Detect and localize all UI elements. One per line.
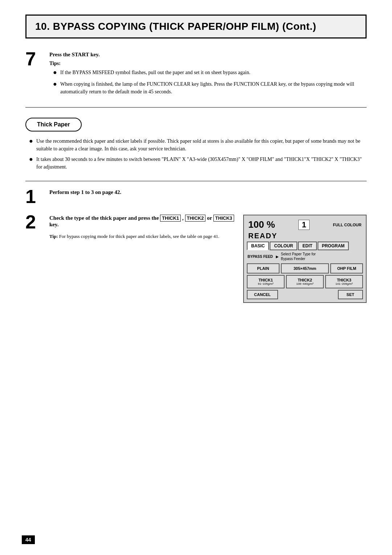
panel-arrow: ▶ [276, 255, 279, 259]
page-number: 44 [22, 535, 35, 544]
list-item: ● When copying is finished, the lamp of … [53, 80, 367, 96]
btn-ohp-film[interactable]: OHP FILM [330, 263, 363, 274]
step-1-content: Perform step 1 to 3 on page 42. [49, 189, 367, 198]
thick-paper-section: Thick Paper ● Use the recommended thick … [25, 118, 367, 171]
panel-bypass-row: BYPASS FEED ▶ Select Paper Type for Bypa… [247, 252, 363, 261]
divider [25, 107, 367, 108]
panel-full-colour: FULL COLOUR [333, 223, 362, 227]
step-2-section: 2 Check the type of the thick paper and … [25, 215, 367, 303]
btn-set[interactable]: SET [338, 290, 363, 299]
bullet-icon: ● [53, 79, 58, 89]
tip-text: For bypass copying mode for thick paper … [59, 234, 220, 239]
panel-buttons-row-1: PLAIN 305×457mm OHP FILM [247, 263, 363, 274]
panel-top-bar: 100 % 1 FULL COLOUR [247, 218, 363, 231]
thick2-key: THICK2 [185, 215, 206, 222]
step-2-text: Check the type of the thick paper and pr… [49, 215, 234, 240]
panel-copy-count: 1 [298, 220, 309, 230]
thick3-key: THICK3 [213, 215, 234, 222]
panel-bypass-desc: Select Paper Type for Bypass Feeder [281, 252, 316, 261]
panel-tabs: BASIC COLOUR EDIT PROGRAM [247, 242, 363, 250]
bullet-icon: ● [53, 68, 58, 77]
copier-display: 100 % 1 FULL COLOUR READY BASIC COLOUR E… [243, 215, 367, 303]
list-item: ● Use the recommended thick paper and st… [29, 137, 367, 153]
step-7-content: Press the START key. Tips: ● If the BYPA… [49, 52, 367, 98]
btn-thick3[interactable]: THICK3 141~209g/m² [325, 275, 363, 288]
tab-edit[interactable]: EDIT [298, 242, 317, 250]
step-2-title: Check the type of the thick paper and pr… [49, 215, 234, 228]
step-7-title: Press the START key. [49, 52, 367, 58]
btn-plain[interactable]: PLAIN [247, 263, 279, 274]
btn-thick1[interactable]: THICK1 91~105g/m² [247, 275, 285, 288]
step-2-number: 2 [25, 212, 44, 231]
btn-cancel[interactable]: CANCEL [247, 290, 278, 299]
panel-percent: 100 % [248, 219, 275, 230]
step-7-bullets: ● If the BYPASS MISFEED symbol flashes, … [49, 69, 367, 96]
btn-305[interactable]: 305×457mm [281, 263, 329, 274]
tips-label: Tips: [49, 61, 367, 66]
bullet-icon: ● [29, 136, 34, 146]
tip-label: Tip: [49, 234, 58, 239]
step-1-title: Perform step 1 to 3 on page 42. [49, 189, 367, 195]
tab-basic[interactable]: BASIC [247, 242, 269, 250]
page-title: 10. BYPASS COPYING (THICK PAPER/OHP FILM… [35, 21, 357, 32]
list-item: ● It takes about 30 seconds to a few min… [29, 155, 367, 171]
divider-2 [25, 181, 367, 181]
thick1-key: THICK1 [160, 215, 181, 222]
step-1-section: 1 Perform step 1 to 3 on page 42. [25, 189, 367, 206]
panel-bottom-row: CANCEL SET [247, 290, 363, 299]
panel-buttons-row-2: THICK1 91~105g/m² THICK2 106~440g/m² THI… [247, 275, 363, 288]
tab-program[interactable]: PROGRAM [318, 242, 349, 250]
panel-ready: READY [247, 232, 363, 240]
panel-bypass-label: BYPASS FEED [248, 255, 273, 259]
tab-colour[interactable]: COLOUR [270, 242, 297, 250]
btn-thick2[interactable]: THICK2 106~440g/m² [286, 275, 324, 288]
list-item: ● If the BYPASS MISFEED symbol flashes, … [53, 69, 367, 77]
step-2-inner: Check the type of the thick paper and pr… [49, 215, 367, 303]
copier-panel: 100 % 1 FULL COLOUR READY BASIC COLOUR E… [243, 215, 367, 303]
step-7-section: 7 Press the START key. Tips: ● If the BY… [25, 52, 367, 98]
page-header: 10. BYPASS COPYING (THICK PAPER/OHP FILM… [25, 15, 367, 39]
thick-paper-box-label: Thick Paper [25, 118, 82, 131]
bullet-icon: ● [29, 154, 34, 164]
step-1-number: 1 [25, 187, 44, 206]
step-2-content: Check the type of the thick paper and pr… [49, 215, 367, 303]
step-7-number: 7 [25, 49, 44, 68]
step-2-tip: Tip: For bypass copying mode for thick p… [49, 233, 234, 240]
thick-paper-bullets: ● Use the recommended thick paper and st… [25, 137, 367, 171]
